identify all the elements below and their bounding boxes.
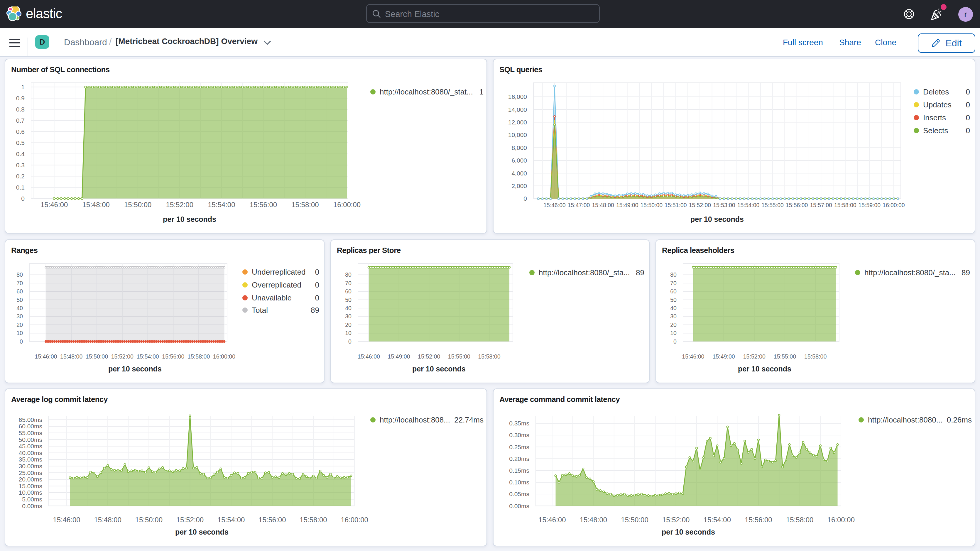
svg-text:2,000: 2,000 <box>511 183 527 189</box>
svg-text:60: 60 <box>16 288 23 295</box>
svg-text:25.00ms: 25.00ms <box>19 470 42 476</box>
svg-text:0.05ms: 0.05ms <box>509 490 529 497</box>
svg-text:15:52:00: 15:52:00 <box>689 202 711 208</box>
svg-text:per 10 seconds: per 10 seconds <box>738 365 791 373</box>
svg-text:15:47:00: 15:47:00 <box>568 202 590 208</box>
svg-text:50.00ms: 50.00ms <box>19 436 42 443</box>
svg-text:40.00ms: 40.00ms <box>19 449 42 456</box>
svg-text:15:54:00: 15:54:00 <box>703 516 731 524</box>
svg-text:15:54:00: 15:54:00 <box>137 353 159 360</box>
svg-text:15:52:00: 15:52:00 <box>177 516 204 524</box>
svg-text:0.15ms: 0.15ms <box>509 467 529 474</box>
svg-text:60.00ms: 60.00ms <box>19 423 42 430</box>
svg-text:15:49:00: 15:49:00 <box>713 353 735 360</box>
svg-text:15:52:00: 15:52:00 <box>166 201 193 209</box>
svg-text:15:58:00: 15:58:00 <box>834 202 856 208</box>
svg-text:40: 40 <box>345 305 352 311</box>
svg-text:0.20ms: 0.20ms <box>509 455 529 462</box>
svg-text:0.5: 0.5 <box>16 139 25 146</box>
svg-text:10: 10 <box>16 330 23 336</box>
svg-text:15:56:00: 15:56:00 <box>745 516 772 524</box>
svg-text:8,000: 8,000 <box>511 144 527 151</box>
svg-text:10: 10 <box>345 330 352 336</box>
svg-text:0.10ms: 0.10ms <box>509 479 529 486</box>
svg-text:0.25ms: 0.25ms <box>509 444 529 451</box>
svg-text:16,000: 16,000 <box>508 93 527 100</box>
svg-text:15:46:00: 15:46:00 <box>682 353 704 360</box>
svg-text:55.00ms: 55.00ms <box>19 430 42 436</box>
svg-text:15:46:00: 15:46:00 <box>543 202 566 208</box>
svg-text:80: 80 <box>670 271 677 278</box>
svg-text:15:56:00: 15:56:00 <box>250 201 277 209</box>
svg-text:15:50:00: 15:50:00 <box>135 516 162 524</box>
svg-text:16:00:00: 16:00:00 <box>883 202 905 208</box>
svg-text:15:46:00: 15:46:00 <box>53 516 80 524</box>
svg-text:15:57:00: 15:57:00 <box>810 202 832 208</box>
svg-text:15:50:00: 15:50:00 <box>86 353 108 360</box>
svg-text:14,000: 14,000 <box>508 106 527 113</box>
svg-text:per 10 seconds: per 10 seconds <box>690 215 744 223</box>
svg-text:15:54:00: 15:54:00 <box>737 202 760 208</box>
svg-text:15:58:00: 15:58:00 <box>804 353 827 360</box>
svg-text:15:55:00: 15:55:00 <box>448 353 470 360</box>
svg-text:0: 0 <box>20 338 23 345</box>
svg-text:80: 80 <box>345 271 352 278</box>
svg-text:per 10 seconds: per 10 seconds <box>412 365 466 373</box>
svg-text:50: 50 <box>670 297 677 303</box>
svg-text:per 10 seconds: per 10 seconds <box>175 528 229 536</box>
svg-text:20.00ms: 20.00ms <box>19 476 42 483</box>
svg-text:15:48:00: 15:48:00 <box>94 516 121 524</box>
svg-text:65.00ms: 65.00ms <box>19 416 42 423</box>
svg-text:40: 40 <box>16 305 23 311</box>
svg-text:0.30ms: 0.30ms <box>509 432 529 438</box>
svg-text:0.9: 0.9 <box>16 95 25 102</box>
svg-text:16:00:00: 16:00:00 <box>213 353 235 360</box>
svg-text:10.00ms: 10.00ms <box>19 489 42 496</box>
svg-text:5.00ms: 5.00ms <box>22 496 42 503</box>
svg-text:50: 50 <box>345 297 352 303</box>
svg-text:35.00ms: 35.00ms <box>19 456 42 463</box>
svg-text:15:59:00: 15:59:00 <box>859 202 881 208</box>
svg-text:50: 50 <box>16 297 23 303</box>
svg-text:0.6: 0.6 <box>16 128 25 135</box>
svg-text:6,000: 6,000 <box>511 157 527 164</box>
svg-text:15:58:00: 15:58:00 <box>188 353 210 360</box>
svg-text:15:56:00: 15:56:00 <box>162 353 184 360</box>
svg-text:15:48:00: 15:48:00 <box>82 201 110 209</box>
svg-text:15:52:00: 15:52:00 <box>743 353 765 360</box>
svg-text:0.00ms: 0.00ms <box>509 503 529 510</box>
svg-text:70: 70 <box>670 280 677 287</box>
svg-text:15:50:00: 15:50:00 <box>640 202 662 208</box>
svg-text:15:55:00: 15:55:00 <box>774 353 796 360</box>
svg-text:4,000: 4,000 <box>511 170 527 177</box>
svg-text:60: 60 <box>670 288 677 295</box>
svg-text:30: 30 <box>670 313 677 320</box>
svg-text:0.3: 0.3 <box>16 162 25 169</box>
svg-text:12,000: 12,000 <box>508 119 527 126</box>
svg-text:16:00:00: 16:00:00 <box>827 516 855 524</box>
svg-text:15:46:00: 15:46:00 <box>538 516 566 524</box>
svg-text:10,000: 10,000 <box>508 131 527 138</box>
svg-text:15:46:00: 15:46:00 <box>35 353 57 360</box>
svg-text:16:00:00: 16:00:00 <box>340 516 368 524</box>
svg-text:70: 70 <box>16 280 23 287</box>
svg-text:30: 30 <box>345 313 352 320</box>
svg-text:0.00ms: 0.00ms <box>22 503 42 510</box>
svg-text:15:58:00: 15:58:00 <box>786 516 813 524</box>
svg-text:15:51:00: 15:51:00 <box>665 202 687 208</box>
svg-text:1: 1 <box>21 84 25 90</box>
svg-text:15:58:00: 15:58:00 <box>291 201 319 209</box>
svg-text:15:58:00: 15:58:00 <box>299 516 327 524</box>
svg-text:20: 20 <box>670 322 677 328</box>
svg-text:15:48:00: 15:48:00 <box>580 516 607 524</box>
svg-text:0.2: 0.2 <box>16 173 25 180</box>
svg-text:15:46:00: 15:46:00 <box>358 353 380 360</box>
svg-text:15:55:00: 15:55:00 <box>761 202 784 208</box>
svg-text:15.00ms: 15.00ms <box>19 483 42 489</box>
svg-text:per 10 seconds: per 10 seconds <box>163 215 216 223</box>
svg-text:40: 40 <box>670 305 677 311</box>
svg-text:15:58:00: 15:58:00 <box>478 353 500 360</box>
svg-text:0.7: 0.7 <box>16 117 25 124</box>
svg-text:per 10 seconds: per 10 seconds <box>108 365 162 373</box>
svg-text:0.35ms: 0.35ms <box>509 420 529 427</box>
